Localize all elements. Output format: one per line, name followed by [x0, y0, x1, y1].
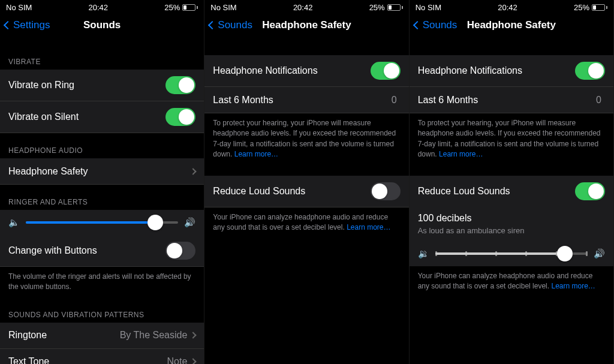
back-button[interactable]: Sounds [209, 19, 252, 31]
status-carrier: No SIM [416, 3, 441, 12]
back-button[interactable]: Sounds [414, 19, 458, 31]
battery-icon [592, 4, 607, 11]
row-change-with-buttons[interactable]: Change with Buttons [0, 235, 204, 267]
label-last-6-months: Last 6 Months [418, 95, 596, 106]
status-battery: 25% [164, 3, 198, 12]
label-reduce-loud: Reduce Loud Sounds [213, 186, 370, 197]
decibel-description: As loud as an ambulance siren [410, 224, 613, 241]
label-text-tone: Text Tone [8, 356, 167, 364]
screen-sounds: No SIM 20:42 25% Settings Sounds VIBRATE… [0, 0, 204, 364]
learn-more-link[interactable]: Learn more… [347, 223, 390, 231]
row-reduce-loud-sounds[interactable]: Reduce Loud Sounds [410, 176, 613, 207]
toggle-headphone-notifications[interactable] [575, 62, 605, 80]
label-vibrate-ring: Vibrate on Ring [8, 80, 165, 91]
learn-more-link[interactable]: Learn more… [439, 150, 483, 158]
ringer-volume-slider[interactable] [26, 221, 178, 224]
slider-fill [26, 221, 155, 224]
label-ringtone: Ringtone [8, 330, 120, 341]
reduce-footer-text: Your iPhone can analyze headphone audio … [204, 207, 408, 238]
row-reduce-loud-sounds[interactable]: Reduce Loud Sounds [204, 176, 408, 207]
status-time: 20:42 [498, 3, 517, 12]
notif-footer-text: To protect your hearing, your iPhone wil… [204, 113, 408, 165]
decibel-slider[interactable] [435, 252, 588, 255]
label-change-buttons: Change with Buttons [8, 245, 165, 256]
status-battery: 25% [369, 3, 403, 12]
reduce-footer-text: Your iPhone can analyze headphone audio … [410, 266, 613, 297]
section-header-vibrate: VIBRATE [0, 42, 204, 70]
label-headphone-safety: Headphone Safety [8, 166, 191, 177]
label-headphone-notifications: Headphone Notifications [213, 65, 370, 76]
chevron-right-icon [190, 168, 197, 175]
row-ringtone[interactable]: Ringtone By The Seaside [0, 323, 204, 349]
slider-thumb[interactable] [148, 215, 163, 230]
section-header-patterns: SOUNDS AND VIBRATION PATTERNS [0, 297, 204, 323]
ringer-footer-text: The volume of the ringer and alerts will… [0, 267, 204, 297]
back-label: Sounds [218, 19, 252, 31]
row-headphone-notifications[interactable]: Headphone Notifications [204, 55, 408, 87]
chevron-left-icon [208, 21, 216, 29]
status-carrier: No SIM [210, 3, 236, 12]
volume-high-icon: 🔊 [184, 217, 195, 228]
toggle-reduce-loud[interactable] [371, 182, 401, 200]
toggle-change-buttons[interactable] [165, 242, 195, 260]
toggle-vibrate-silent[interactable] [165, 108, 195, 126]
label-reduce-loud: Reduce Loud Sounds [418, 186, 575, 197]
toggle-reduce-loud[interactable] [575, 182, 605, 200]
status-bar: No SIM 20:42 25% [204, 0, 408, 13]
back-label: Settings [13, 19, 50, 31]
status-time: 20:42 [293, 3, 313, 12]
chevron-right-icon [190, 359, 197, 364]
decibel-value: 100 decibels [410, 207, 613, 224]
row-last-6-months[interactable]: Last 6 Months 0 [204, 87, 408, 113]
battery-icon [182, 4, 198, 11]
label-last-6-months: Last 6 Months [213, 95, 391, 106]
value-last-6-months: 0 [596, 95, 605, 106]
toggle-headphone-notifications[interactable] [371, 62, 401, 80]
row-headphone-safety[interactable]: Headphone Safety [0, 158, 204, 185]
navbar: Sounds Headphone Safety [204, 13, 408, 37]
battery-icon [387, 4, 403, 11]
row-headphone-notifications[interactable]: Headphone Notifications [410, 55, 613, 87]
slider-thumb[interactable] [557, 246, 573, 261]
value-text-tone: Note [167, 356, 191, 364]
learn-more-link[interactable]: Learn more… [551, 282, 595, 290]
status-carrier: No SIM [6, 3, 32, 12]
ringer-slider-row[interactable]: 🔈 🔊 [0, 210, 204, 235]
chevron-left-icon [413, 21, 422, 29]
navbar: Sounds Headphone Safety [410, 13, 613, 37]
status-time: 20:42 [89, 3, 109, 12]
screen-headphone-safety-on: No SIM 20:42 25% Sounds Headphone Safety… [410, 0, 614, 364]
content: Headphone Notifications Last 6 Months 0 … [410, 37, 613, 364]
row-last-6-months[interactable]: Last 6 Months 0 [410, 87, 613, 113]
back-button[interactable]: Settings [5, 19, 50, 31]
back-label: Sounds [423, 19, 458, 31]
content: Headphone Notifications Last 6 Months 0 … [204, 37, 408, 364]
chevron-left-icon [4, 21, 12, 29]
row-vibrate-on-silent[interactable]: Vibrate on Silent [0, 101, 204, 133]
volume-low-icon: 🔉 [418, 248, 429, 259]
navbar: Settings Sounds [0, 13, 204, 37]
toggle-vibrate-ring[interactable] [165, 76, 195, 94]
row-vibrate-on-ring[interactable]: Vibrate on Ring [0, 70, 204, 101]
decibel-slider-row[interactable]: 🔉 🔊 [410, 241, 613, 266]
section-header-headphone: HEADPHONE AUDIO [0, 133, 204, 158]
slider-fill [435, 252, 565, 255]
status-battery: 25% [574, 3, 607, 12]
value-last-6-months: 0 [392, 95, 401, 106]
volume-high-icon: 🔊 [594, 248, 605, 259]
status-bar: No SIM 20:42 25% [410, 0, 613, 13]
label-headphone-notifications: Headphone Notifications [418, 65, 575, 76]
screen-headphone-safety-off: No SIM 20:42 25% Sounds Headphone Safety… [204, 0, 409, 364]
learn-more-link[interactable]: Learn more… [234, 150, 278, 158]
notif-footer-text: To protect your hearing, your iPhone wil… [410, 113, 613, 165]
row-text-tone[interactable]: Text Tone Note [0, 349, 204, 364]
volume-low-icon: 🔈 [8, 217, 20, 228]
value-ringtone: By The Seaside [120, 330, 191, 341]
label-vibrate-silent: Vibrate on Silent [8, 112, 165, 122]
chevron-right-icon [190, 332, 197, 339]
content: VIBRATE Vibrate on Ring Vibrate on Silen… [0, 37, 204, 364]
status-bar: No SIM 20:42 25% [0, 0, 204, 13]
section-header-ringer: RINGER AND ALERTS [0, 185, 204, 210]
